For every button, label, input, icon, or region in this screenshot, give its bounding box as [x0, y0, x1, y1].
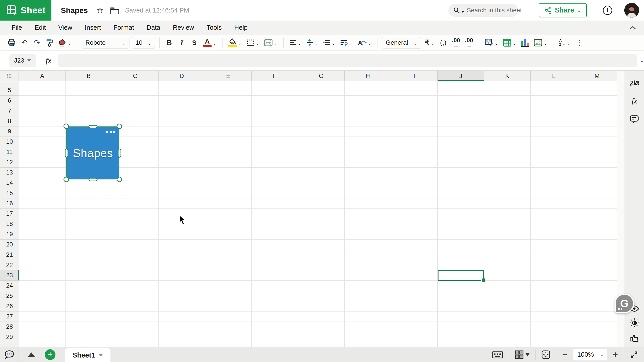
sheet-comments-button[interactable]	[0, 347, 19, 362]
menu-file[interactable]: File	[12, 24, 22, 31]
shape-handle-s[interactable]	[88, 178, 98, 181]
column-header-L[interactable]: L	[531, 71, 577, 81]
row-header-24[interactable]: 24	[0, 281, 19, 291]
functions-panel-icon[interactable]: fx	[632, 95, 637, 107]
add-sheet-button[interactable]: +	[45, 349, 56, 360]
menu-edit[interactable]: Edit	[35, 24, 46, 31]
column-header-B[interactable]: B	[66, 71, 112, 81]
collapse-toolbar-button[interactable]	[628, 23, 638, 32]
shape-options-icon[interactable]	[106, 131, 116, 133]
menu-tools[interactable]: Tools	[206, 24, 222, 31]
virtual-keyboard-button[interactable]	[492, 351, 503, 359]
app-logo[interactable]: Sheet	[0, 0, 52, 20]
zoom-level-select[interactable]: 100% ⌄	[573, 349, 607, 361]
row-header-28[interactable]: 28	[0, 322, 19, 332]
cells-area[interactable]	[19, 81, 617, 347]
row-header-25[interactable]: 25	[0, 291, 19, 301]
column-header-D[interactable]: D	[158, 71, 205, 81]
grammarly-badge[interactable]: G	[614, 294, 634, 313]
row-header-9[interactable]: 9	[0, 126, 19, 137]
format-painter-button[interactable]	[44, 36, 54, 49]
menu-data[interactable]: Data	[146, 24, 160, 31]
view-layout-button[interactable]	[515, 350, 530, 359]
favorite-star-icon[interactable]: ☆	[96, 5, 104, 15]
column-header-G[interactable]: G	[298, 71, 344, 81]
row-header-26[interactable]: 26	[0, 301, 19, 312]
row-header-29[interactable]: 29	[0, 332, 19, 342]
shape-handle-w[interactable]	[65, 149, 68, 158]
zoom-in-button[interactable]: +	[613, 350, 618, 359]
strikethrough-button[interactable]: S	[189, 36, 200, 49]
row-header-20[interactable]: 20	[0, 240, 19, 250]
row-header-22[interactable]: 22	[0, 260, 19, 270]
shape-handle-e[interactable]	[118, 149, 121, 158]
decrease-decimal-button[interactable]: .00 ←	[450, 36, 461, 49]
menu-format[interactable]: Format	[114, 24, 134, 31]
row-header-13[interactable]: 13	[0, 168, 19, 178]
formula-bar-expand-icon[interactable]: ⌄	[640, 58, 644, 63]
borders-button[interactable]: ⌄	[245, 36, 260, 49]
merge-cells-button[interactable]: ⌄	[263, 36, 279, 49]
clear-format-button[interactable]: ⌄	[57, 36, 72, 49]
chart-button[interactable]	[520, 36, 530, 49]
column-header-H[interactable]: H	[344, 71, 391, 81]
row-header-8[interactable]: 8	[0, 116, 19, 126]
row-header-27[interactable]: 27	[0, 312, 19, 322]
feedback-icon[interactable]	[630, 334, 639, 343]
row-header-5[interactable]: 5	[0, 85, 19, 96]
increase-decimal-button[interactable]: .00 →	[464, 36, 474, 49]
undo-button[interactable]: ↶	[19, 36, 30, 49]
row-header-10[interactable]: 10	[0, 137, 19, 147]
row-header-18[interactable]: 18	[0, 219, 19, 229]
font-family-select[interactable]: Roboto ⌄	[82, 37, 130, 49]
document-title[interactable]: Shapes	[61, 6, 88, 15]
menu-insert[interactable]: Insert	[85, 24, 101, 31]
menu-help[interactable]: Help	[234, 24, 248, 31]
info-button[interactable]: i	[603, 5, 612, 15]
italic-button[interactable]: I	[177, 36, 187, 49]
column-header-M[interactable]: M	[577, 71, 617, 81]
row-header-19[interactable]: 19	[0, 229, 19, 240]
column-header-A[interactable]: A	[19, 71, 66, 81]
indent-button[interactable]: ⌄	[321, 36, 336, 49]
fill-handle[interactable]	[481, 278, 486, 283]
redo-button[interactable]: ↷	[32, 36, 42, 49]
conditional-format-button[interactable]: ⌄	[484, 36, 500, 49]
shape-handle-nw[interactable]	[64, 124, 69, 129]
horizontal-align-button[interactable]: ⌄	[288, 36, 303, 49]
theme-brightness-icon[interactable]	[630, 318, 639, 328]
fullscreen-button[interactable]	[630, 350, 639, 359]
sort-button[interactable]: AZ ↓ ⌄	[558, 36, 572, 49]
column-header-J[interactable]: J	[438, 71, 484, 81]
table-button[interactable]: ⌄	[502, 36, 518, 49]
sheet-tab-active[interactable]: Sheet1	[65, 348, 110, 362]
folder-icon[interactable]	[110, 6, 119, 14]
select-all-corner[interactable]	[0, 71, 19, 81]
shape-handle-n[interactable]	[88, 125, 98, 128]
sheet-list-button[interactable]	[28, 353, 35, 357]
comma-format-button[interactable]: (,)	[438, 36, 448, 49]
selected-cell-J23[interactable]	[438, 270, 484, 281]
font-size-select[interactable]: 10 ⌄	[132, 37, 155, 49]
zia-assistant-icon[interactable]: zia	[629, 76, 640, 89]
row-header-12[interactable]: 12	[0, 157, 19, 168]
row-header-15[interactable]: 15	[0, 188, 19, 198]
text-rotate-button[interactable]: A ⌄	[356, 36, 373, 49]
row-header-partial[interactable]	[0, 81, 19, 85]
row-header-17[interactable]: 17	[0, 209, 19, 219]
zoom-out-button[interactable]: −	[562, 350, 567, 359]
bold-button[interactable]: B	[164, 36, 174, 49]
column-header-I[interactable]: I	[391, 71, 438, 81]
row-header-23[interactable]: 23	[0, 270, 19, 281]
font-color-button[interactable]: A ⌄	[202, 36, 218, 49]
name-box[interactable]: J23	[10, 54, 36, 67]
search-input[interactable]: Search in this sheet	[448, 4, 518, 17]
sheet-tab-caret-icon[interactable]	[99, 354, 103, 357]
column-header-C[interactable]: C	[112, 71, 158, 81]
more-tools-button[interactable]: ⋮	[574, 36, 584, 49]
column-header-E[interactable]: E	[205, 71, 252, 81]
shape-handle-sw[interactable]	[64, 177, 69, 182]
row-header-7[interactable]: 7	[0, 106, 19, 116]
vertical-align-button[interactable]: ⌄	[305, 36, 319, 49]
currency-format-button[interactable]: ₹ ⌄	[424, 36, 436, 49]
